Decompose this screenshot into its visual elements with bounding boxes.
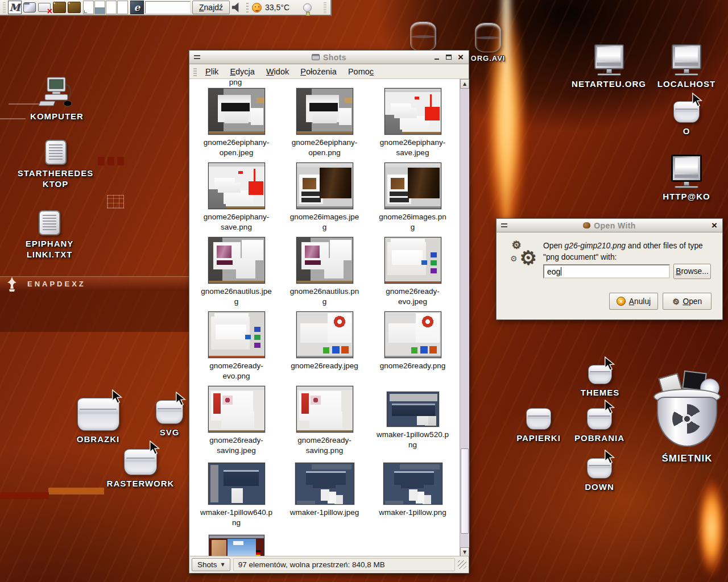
file-item[interactable]: gnome26ready.jpeg [282,311,368,371]
desktop-icon-org-avi[interactable]: ORG.AVI [469,23,507,63]
minimize-button[interactable] [434,55,440,60]
cursor-arrow-icon [148,440,161,455]
file-item[interactable]: gnome26epiphany- open.png [282,88,368,157]
file-item[interactable]: gnome26epiphany- open.jpeg [193,88,280,157]
desktop-icon-label: NETARTEU.ORG [572,79,646,90]
monitor-stand [684,69,689,73]
file-item[interactable]: gnome26nautilus.pn g [282,237,368,306]
application-input[interactable]: eog [543,264,670,278]
browse-button[interactable]: Browse... [673,264,711,279]
search-entry[interactable] [145,1,191,14]
file-item[interactable]: gnome26ready- evo.png [193,311,280,381]
maximize-button[interactable] [446,55,452,60]
dialog-titlebar[interactable]: Open With × [497,219,722,232]
desktop-icon-pobrania[interactable]: POBRANIA [576,408,623,444]
menu-item[interactable]: Pomoc [342,65,379,78]
file-item[interactable]: gnome26nautilus.jpe g [193,237,280,306]
menubar-grip[interactable] [193,67,197,76]
menu-item[interactable]: Edycja [224,65,260,78]
desktop-icon-down[interactable]: DOWN [578,458,621,493]
desktop-icon-netarteu[interactable]: NETARTEU.ORG [573,44,644,90]
menu-item[interactable]: Położenia [295,65,342,78]
speaker-icon[interactable] [231,2,243,13]
location-dropdown[interactable]: Shots ▼ [192,558,230,571]
drawer-button-2[interactable] [67,1,81,14]
weather-smiley-icon[interactable] [252,3,262,13]
menu-item[interactable]: Plik [200,65,224,78]
lightbulb-icon[interactable] [303,3,312,12]
cylinder-icon [410,22,436,51]
workspace-2[interactable] [94,1,105,14]
file-name: gnome26ready- saving.png [297,435,351,455]
window-icon [583,222,590,228]
file-item[interactable]: wmaker-1pillow.jpeg [282,460,368,518]
file-name: gnome26ready.jpeg [291,361,358,371]
network-monitor-icon [671,155,702,182]
file-item[interactable]: wmaker-1pillow520.p ng [370,386,456,450]
file-item[interactable]: gnome26ready- saving.png [282,386,368,455]
desktop-icon-o[interactable]: O [669,101,704,137]
open-button[interactable]: ⚙ Open [663,293,712,310]
cancel-button[interactable]: × Anuluj [609,293,658,310]
desktop-icon-localhost[interactable]: LOCALHOST [653,44,720,90]
desktop-icon-komputer[interactable]: KOMPUTER [26,76,88,122]
drawer-button-1[interactable] [52,1,66,14]
workspace-pager [83,1,128,14]
desktop-icon-starthere[interactable]: STARTHEREDES KTOP [14,140,97,190]
workspace-1[interactable] [83,1,94,14]
file-thumbnail [295,463,354,505]
desktop-icon-rasterwork[interactable]: RASTERWORK [109,449,172,489]
file-item[interactable]: gnome26ready- saving.jpeg [193,386,280,455]
vertical-scrollbar[interactable]: ▲ ▼ [460,79,469,557]
file-item[interactable]: wmaker-1pillow640.p ng [193,460,280,527]
find-button[interactable]: Znajdź [192,1,230,14]
file-thumbnail [383,463,442,505]
menu-item[interactable]: Widok [260,65,295,78]
printer-button[interactable] [38,1,51,14]
file-thumbnail [296,163,353,209]
file-item[interactable]: gnome26images.jpe g [282,163,368,232]
temperature-readout: 33,5°C [265,3,289,12]
wmaker-logo-button[interactable]: M [8,1,22,14]
scrollbar-thumb[interactable] [461,448,469,534]
scroll-up-button[interactable]: ▲ [460,79,469,89]
document-icon [45,140,67,165]
desktop-icon-obrazki[interactable]: OBRAZKI [63,398,134,445]
desktop-icon-epiphany-linki[interactable]: EPIPHANY LINKI.TXT [13,210,86,260]
file-item[interactable]: gnome26images.pn g [370,163,456,232]
desktop-icon-themes[interactable]: THEMES [579,365,621,398]
file-name: gnome26ready.png [380,361,445,371]
file-item[interactable]: gnome26epiphany- save.png [193,163,280,232]
file-item[interactable]: wmaker-1pillow.png [370,460,456,518]
panel-grip-right[interactable] [324,2,326,13]
wallpaper-grid [107,195,124,209]
file-view[interactable]: png gnome26epiphany- open.jpeg gnome26ep… [190,79,460,557]
desktop-icon-label: ORG.AVI [471,54,506,63]
close-button[interactable]: × [712,223,717,228]
file-item[interactable] [193,535,280,557]
file-thumbnail [208,311,265,358]
epiphany-launcher[interactable]: e [130,1,144,14]
workspace-4[interactable] [117,1,128,14]
desktop-icon-papierki[interactable]: PAPIERKI [515,408,562,444]
file-name: gnome26ready- evo.png [209,361,263,381]
file-thumbnail [384,237,441,284]
desktop-icon-unnamed[interactable] [407,22,439,51]
message-line2: "png document" with: [543,253,617,261]
shots-titlebar[interactable]: Shots × [189,51,469,64]
window-menu-icon[interactable] [194,55,200,59]
desktop-icon-smietnik[interactable]: ŚMIETNIK [647,374,727,464]
display-settings-button[interactable] [23,1,36,14]
file-item[interactable]: gnome26ready- evo.jpeg [370,237,456,306]
resize-grip[interactable] [458,560,466,569]
file-item[interactable]: gnome26ready.png [370,311,456,371]
panel-separator [246,2,249,13]
window-menu-icon[interactable] [501,223,507,227]
workspace-3[interactable] [106,1,117,14]
desktop-icon-httpko[interactable]: HTTP@KO [653,155,720,202]
desktop-icon-svg[interactable]: SVG [149,400,190,438]
file-item[interactable]: gnome26epiphany- save.jpeg [370,88,456,157]
panel-grip[interactable] [3,2,6,13]
close-button[interactable]: × [458,55,464,60]
wallpaper-chip [48,488,104,494]
